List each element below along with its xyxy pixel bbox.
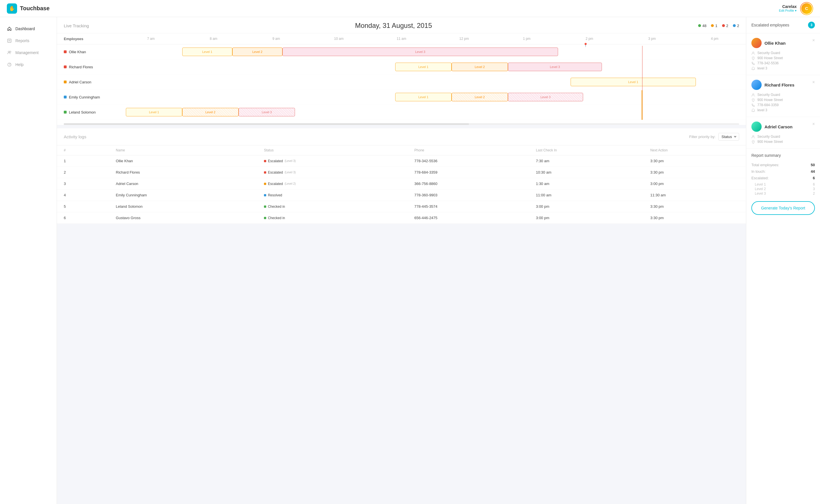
cell-action: 3:30 pm: [644, 201, 746, 212]
cell-num: 2: [57, 167, 109, 178]
status-dot: [264, 160, 266, 162]
status-level: (Level 2): [285, 182, 296, 185]
col-status: Status: [257, 145, 407, 155]
activity-table-body: 1 Ollie Khan Escalated (Level 3) 778-342…: [57, 155, 746, 224]
bar-richard-l3: Level 3: [508, 63, 602, 71]
summary-level1-label: Level 1: [755, 182, 766, 186]
stat-orange-count: 1: [715, 24, 717, 28]
card-phone-text-richard: 778-684-3359: [757, 103, 779, 107]
location-icon-richard: [751, 98, 755, 102]
svg-point-4: [10, 51, 11, 53]
close-richard-btn[interactable]: ×: [812, 80, 815, 85]
bell-icon-richard: [751, 108, 755, 112]
stat-red: 2: [722, 24, 728, 28]
close-adriel-btn[interactable]: ×: [812, 122, 815, 127]
summary-level2: Level 2 3: [755, 187, 815, 191]
sidebar-item-reports[interactable]: Reports: [0, 35, 57, 47]
cell-checkin: 10:30 am: [529, 167, 644, 178]
time-cols: 7 am 8 am 9 am 10 am 11 am 12 pm 1 pm 2 …: [120, 36, 746, 42]
status-badge: Checked in: [264, 216, 400, 220]
time-8am: 8 am: [182, 36, 245, 42]
col-phone: Phone: [407, 145, 529, 155]
cell-num: 6: [57, 212, 109, 224]
time-11am: 11 am: [370, 36, 433, 42]
status-badge: Escalated (Level 3): [264, 170, 400, 174]
filter-select[interactable]: Status: [718, 133, 739, 141]
cell-num: 3: [57, 178, 109, 190]
generate-report-button[interactable]: Generate Today's Report: [751, 201, 815, 215]
escalated-panel-title: Escalated employees: [751, 23, 789, 27]
status-badge: Escalated (Level 3): [264, 159, 400, 163]
stat-green: 48: [698, 24, 706, 28]
timeline-row-emily: Emily Cunningham Level 1 Level 2 Level 3: [57, 90, 746, 105]
summary-escalated-label: Escalated:: [751, 176, 769, 180]
status-text: Escalated: [268, 159, 283, 163]
close-ollie-btn[interactable]: ×: [812, 38, 815, 43]
escalated-card-ollie: Ollie Khan × Security Guard 900 Howe Str…: [746, 33, 820, 75]
bar-leland-l3: Level 3: [239, 108, 295, 116]
stat-red-count: 2: [726, 24, 728, 28]
emp-dot-adriel: [64, 81, 67, 83]
summary-total-value: 50: [811, 163, 815, 167]
cell-action: 3:30 pm: [644, 155, 746, 167]
bar-adriel-l1: Level 1: [571, 78, 696, 86]
sidebar-item-help[interactable]: ? Help: [0, 59, 57, 71]
stat-blue-count: 2: [737, 24, 739, 28]
green-dot: [698, 24, 701, 27]
escalated-panel-header: Escalated employees 3: [746, 17, 820, 33]
table-row: 2 Richard Flores Escalated (Level 3) 778…: [57, 167, 746, 178]
tracking-date: Monday, 31 August, 2015: [355, 22, 432, 30]
cell-checkin: 11:00 am: [529, 190, 644, 201]
stat-blue: 2: [733, 24, 739, 28]
timeline-scrollbar-track[interactable]: [64, 123, 739, 125]
sidebar-label-help: Help: [15, 62, 24, 67]
topbar: ✋ Touchbase Carelax Edit Profile ▾ C: [0, 0, 820, 17]
phone-icon: [751, 61, 755, 65]
emp-name-richard: Richard Flores: [69, 65, 93, 69]
table-row: 6 Gustavo Gross Checked in 656-446-2475 …: [57, 212, 746, 224]
report-summary-title: Report summary: [751, 153, 815, 158]
location-icon: [751, 56, 755, 60]
card-level-text-ollie: level 3: [757, 66, 767, 70]
card-address-adriel: 900 Howe Street: [751, 140, 815, 144]
card-phone-ollie: 778-342-5536: [751, 61, 815, 65]
card-address-text-richard: 900 Howe Street: [757, 98, 783, 102]
sidebar: Dashboard Reports Management ? Help: [0, 17, 57, 504]
card-top-adriel: Adriel Carson ×: [751, 122, 815, 132]
card-name-ollie: Ollie Khan: [765, 41, 786, 46]
status-badge: Escalated (Level 2): [264, 182, 400, 186]
cell-checkin: 3:00 pm: [529, 212, 644, 224]
card-role-text-adriel: Security Guard: [757, 135, 780, 139]
bar-leland-l1: Level 1: [126, 108, 182, 116]
bar-emily-l2: Level 2: [452, 93, 508, 101]
phone-icon-richard: [751, 103, 755, 107]
cell-name: Emily Cunningham: [109, 190, 257, 201]
edit-profile-link[interactable]: Edit Profile ▾: [779, 9, 797, 13]
timeline-scrollbar-thumb[interactable]: [64, 123, 469, 125]
user-info: Carelax Edit Profile ▾: [779, 4, 797, 13]
timeline-row-leland: Leland Solomon Level 1 Level 2 Level 3: [57, 105, 746, 120]
location-icon-adriel: [751, 140, 755, 144]
svg-point-10: [753, 99, 753, 100]
emp-dot-leland: [64, 111, 67, 114]
cell-status: Escalated (Level 3): [257, 155, 407, 167]
sidebar-item-dashboard[interactable]: Dashboard: [0, 23, 57, 35]
emp-name-ollie: Ollie Khan: [69, 50, 86, 54]
cell-status: Checked in: [257, 212, 407, 224]
col-num: #: [57, 145, 109, 155]
time-10am: 10 am: [307, 36, 370, 42]
cell-action: 3:00 pm: [644, 178, 746, 190]
col-name: Name: [109, 145, 257, 155]
person-icon-richard: [751, 93, 755, 97]
time-2pm: 2 pm: [558, 36, 621, 42]
col-action: Next Action: [644, 145, 746, 155]
svg-point-7: [753, 52, 754, 53]
time-9am: 9 am: [245, 36, 307, 42]
avatar-ollie: [751, 38, 762, 48]
bar-leland-l2: Level 2: [182, 108, 239, 116]
avatar-richard: [751, 80, 762, 90]
sidebar-item-management[interactable]: Management: [0, 47, 57, 59]
user-avatar[interactable]: C: [800, 2, 813, 15]
bars-adriel: Level 1: [120, 77, 746, 87]
timeline-row-richard: Richard Flores Level 1 Level 2 Level 3: [57, 59, 746, 75]
